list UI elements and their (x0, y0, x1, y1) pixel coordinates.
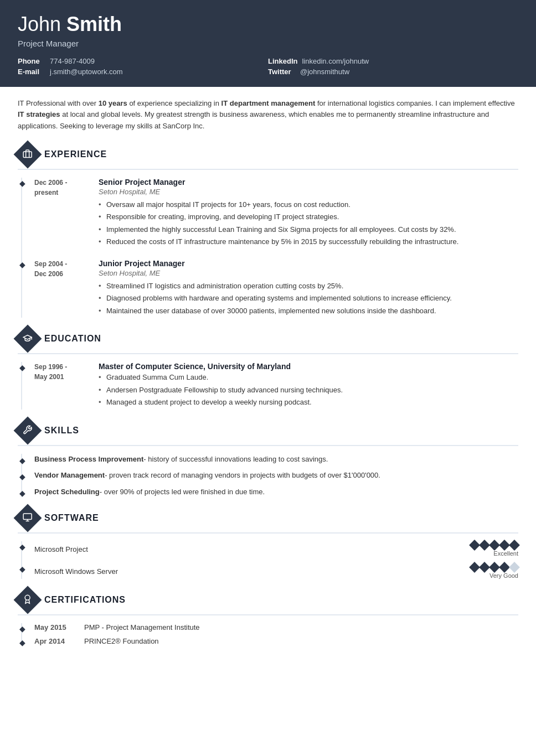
main-content: IT Professional with over 10 years of ex… (0, 87, 536, 668)
cert-desc-1: PMP - Project Management Institute (84, 623, 200, 631)
bullet-item: Streamlined IT logistics and administrat… (99, 281, 518, 292)
software-name-1: Microsoft Project (34, 545, 88, 553)
twitter-contact: Twitter @johnsmithutw (268, 68, 518, 76)
dot (469, 562, 480, 573)
phone-label: Phone (18, 57, 45, 65)
bullet-item: Managed a student project to develop a w… (99, 397, 518, 408)
dot (509, 540, 520, 551)
svg-rect-0 (24, 152, 32, 158)
bullet-item: Reduced the costs of IT infrastructure m… (99, 236, 518, 247)
bullet-item: Implemented the highly successful Lean T… (99, 224, 518, 235)
software-name-2: Microsoft Windows Server (34, 567, 118, 576)
bullet-item: Diagnosed problems with hardware and ope… (99, 293, 518, 304)
skill-item-3: Project Scheduling- over 90% of projects… (34, 486, 518, 498)
software-rating-1: Excellent (471, 541, 518, 557)
job-company-2: Seton Hospital, ME (99, 269, 518, 277)
dot (499, 540, 510, 551)
contact-section: Phone 774-987-4009 LinkedIn linkedin.com… (18, 57, 518, 76)
last-name: Smith (66, 13, 122, 35)
rating-label-1: Excellent (493, 550, 518, 557)
phone-value: 774-987-4009 (50, 57, 95, 65)
cert-date-2: Apr 2014 (34, 637, 73, 645)
skills-title: SKILLS (44, 426, 79, 436)
job-item-2: Sep 2004 - Dec 2006 Junior Project Manag… (34, 259, 518, 318)
dot (489, 562, 500, 573)
cert-list: May 2015 PMP - Project Management Instit… (18, 623, 518, 645)
bullet-item: Graduated Summa Cum Laude. (99, 372, 518, 383)
job-dates-2: Sep 2004 - Dec 2006 (34, 259, 90, 318)
dot (479, 562, 490, 573)
email-value: j.smith@uptowork.com (50, 68, 123, 76)
job-bullets-1: Oversaw all major hospital IT projects f… (99, 199, 518, 247)
education-icon (14, 325, 42, 353)
email-label: E-mail (18, 68, 45, 76)
job-title: Project Manager (18, 39, 518, 48)
experience-timeline: Dec 2006 - present Senior Project Manage… (18, 178, 518, 318)
first-name: John (18, 13, 61, 35)
skills-list: Business Process Improvement- history of… (18, 454, 518, 498)
dot (469, 540, 480, 551)
edu-item-1: Sep 1996 - May 2001 Master of Computer S… (34, 362, 518, 410)
linkedin-value: linkedin.com/johnutw (302, 57, 369, 65)
experience-header: EXPERIENCE (18, 144, 518, 170)
education-header: EDUCATION (18, 329, 518, 354)
rating-dots-1 (471, 541, 518, 549)
education-section: EDUCATION Sep 1996 - May 2001 Master of … (18, 329, 518, 410)
rating-dots-2 (471, 563, 518, 571)
email-contact: E-mail j.smith@uptowork.com (18, 68, 268, 76)
skill-item-2: Vendor Management- proven track record o… (34, 470, 518, 481)
svg-rect-1 (24, 514, 32, 520)
twitter-label: Twitter (268, 68, 296, 76)
rating-label-2: Very Good (489, 572, 518, 579)
software-rating-2: Very Good (471, 563, 518, 579)
software-item-2: Microsoft Windows Server Very Good (34, 563, 518, 579)
job-company-1: Seton Hospital, ME (99, 188, 518, 196)
dot (499, 562, 510, 573)
job-title-2: Junior Project Manager (99, 259, 518, 268)
bullet-item: Maintained the user database of over 300… (99, 305, 518, 317)
cert-item-1: May 2015 PMP - Project Management Instit… (34, 623, 518, 631)
education-timeline: Sep 1996 - May 2001 Master of Computer S… (18, 362, 518, 410)
job-dates-1: Dec 2006 - present (34, 178, 90, 249)
summary-section: IT Professional with over 10 years of ex… (18, 98, 518, 132)
job-bullets-2: Streamlined IT logistics and administrat… (99, 281, 518, 317)
software-title: SOFTWARE (44, 513, 99, 523)
full-name: John Smith (18, 13, 518, 35)
linkedin-contact: LinkedIn linkedin.com/johnutw (268, 57, 518, 65)
bullet-item: Oversaw all major hospital IT projects f… (99, 199, 518, 210)
job-item-1: Dec 2006 - present Senior Project Manage… (34, 178, 518, 249)
cert-date-1: May 2015 (34, 623, 73, 631)
experience-section: EXPERIENCE Dec 2006 - present Senior Pro… (18, 144, 518, 318)
linkedin-label: LinkedIn (268, 57, 297, 65)
software-header: SOFTWARE (18, 508, 518, 534)
job-content-2: Junior Project Manager Seton Hospital, M… (99, 259, 518, 318)
skill-item-1: Business Process Improvement- history of… (34, 454, 518, 465)
edu-dates-1: Sep 1996 - May 2001 (34, 362, 90, 410)
skills-section: SKILLS Business Process Improvement- his… (18, 421, 518, 498)
certifications-icon (14, 586, 42, 614)
software-list: Microsoft Project Excellent Microsoft Wi… (18, 541, 518, 579)
bullet-item: Andersen Postgraduate Fellowship to stud… (99, 385, 518, 396)
dot (479, 540, 490, 551)
phone-contact: Phone 774-987-4009 (18, 57, 268, 65)
job-content-1: Senior Project Manager Seton Hospital, M… (99, 178, 518, 249)
software-item-1: Microsoft Project Excellent (34, 541, 518, 557)
skills-header: SKILLS (18, 421, 518, 446)
cert-item-2: Apr 2014 PRINCE2® Foundation (34, 637, 518, 645)
experience-icon (14, 141, 42, 169)
cert-desc-2: PRINCE2® Foundation (84, 637, 159, 645)
summary-text: IT Professional with over 10 years of ex… (18, 99, 515, 131)
certifications-title: CERTIFICATIONS (44, 595, 126, 605)
edu-degree-1: Master of Computer Science, University o… (99, 362, 518, 371)
dot-empty (509, 562, 520, 573)
software-section: SOFTWARE Microsoft Project Excellent M (18, 508, 518, 579)
job-title-1: Senior Project Manager (99, 178, 518, 187)
experience-title: EXPERIENCE (44, 149, 107, 159)
bullet-item: Responsible for creating, improving, and… (99, 211, 518, 222)
certifications-header: CERTIFICATIONS (18, 590, 518, 615)
edu-bullets-1: Graduated Summa Cum Laude. Andersen Post… (99, 372, 518, 408)
twitter-value: @johnsmithutw (300, 68, 349, 76)
skills-icon (14, 417, 42, 445)
header: John Smith Project Manager Phone 774-987… (0, 0, 536, 87)
edu-content-1: Master of Computer Science, University o… (99, 362, 518, 410)
